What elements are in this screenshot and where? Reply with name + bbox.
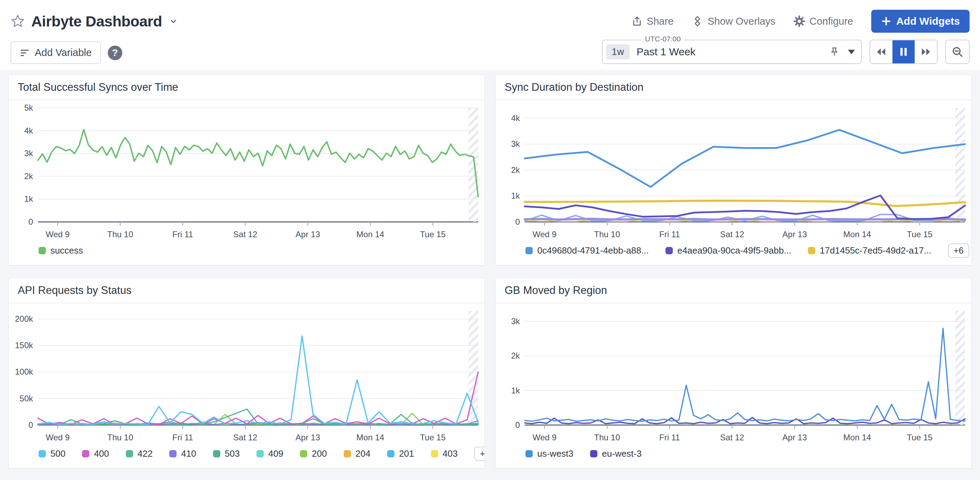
chart-api-requests-by-status[interactable]: 050k100k150k200kWed 9Thu 10Fri 11Sat 12A… xyxy=(11,305,481,443)
configure-button[interactable]: Configure xyxy=(793,15,853,27)
legend-item[interactable]: 500 xyxy=(38,448,65,459)
legend-swatch xyxy=(431,450,438,458)
legend-swatch xyxy=(213,450,220,458)
legend-item[interactable]: 403 xyxy=(431,448,458,459)
legend-label: 503 xyxy=(225,448,240,459)
legend-item[interactable]: 422 xyxy=(126,448,153,459)
svg-text:2k: 2k xyxy=(24,171,33,181)
legend-item[interactable]: 201 xyxy=(387,448,414,459)
svg-text:Sat 12: Sat 12 xyxy=(720,230,744,239)
pin-icon[interactable] xyxy=(829,46,840,57)
show-overlays-label: Show Overlays xyxy=(708,16,775,27)
svg-text:Tue 15: Tue 15 xyxy=(420,230,446,239)
svg-text:Apr 13: Apr 13 xyxy=(295,433,320,442)
chart-total-successful-syncs[interactable]: 01k2k3k4k5kWed 9Thu 10Fri 11Sat 12Apr 13… xyxy=(11,102,481,240)
legend-label: 17d1455c-7ed5-49d2-a17... xyxy=(820,245,931,256)
chart-canvas: 050k100k150k200kWed 9Thu 10Fri 11Sat 12A… xyxy=(11,305,481,443)
svg-text:Thu 10: Thu 10 xyxy=(107,433,134,442)
add-variable-button[interactable]: Add Variable xyxy=(10,41,101,64)
legend-item[interactable]: 0c49680d-4791-4ebb-a88... xyxy=(525,245,649,256)
chart-legend: us-west3eu-west-3 xyxy=(496,443,971,468)
configure-label: Configure xyxy=(809,16,853,27)
legend-item[interactable]: e4aea90a-90ca-49f5-9abb... xyxy=(665,245,791,256)
legend-label: 410 xyxy=(181,448,196,459)
svg-text:Sat 12: Sat 12 xyxy=(233,433,257,442)
svg-text:Sat 12: Sat 12 xyxy=(233,230,257,239)
time-controls: UTC-07:00 1w Past 1 Week xyxy=(602,40,970,64)
svg-text:Tue 15: Tue 15 xyxy=(907,433,933,442)
legend-swatch xyxy=(38,247,46,254)
favorite-star-icon[interactable] xyxy=(10,14,25,29)
legend-label: 201 xyxy=(399,448,414,459)
legend-overflow-button[interactable]: +4 xyxy=(474,447,485,461)
plus-icon xyxy=(881,16,891,26)
fast-forward-icon xyxy=(920,46,932,57)
legend-item[interactable]: 410 xyxy=(169,448,196,459)
svg-text:Thu 10: Thu 10 xyxy=(594,230,620,239)
show-overlays-button[interactable]: Show Overlays xyxy=(692,15,775,27)
widget-total-successful-syncs: Total Successful Syncs over Time 01k2k3k… xyxy=(8,75,485,265)
legend-label: success xyxy=(50,245,83,256)
time-playback-group xyxy=(870,40,938,64)
svg-text:200k: 200k xyxy=(15,314,33,324)
legend-item[interactable]: 409 xyxy=(256,448,283,459)
legend-item[interactable]: eu-west-3 xyxy=(590,448,641,459)
legend-item[interactable]: us-west3 xyxy=(525,448,573,459)
svg-text:Wed 9: Wed 9 xyxy=(533,230,557,239)
legend-label: 400 xyxy=(94,448,109,459)
overlays-icon xyxy=(692,15,703,27)
share-button[interactable]: Share xyxy=(632,16,673,27)
legend-item[interactable]: 200 xyxy=(300,448,327,459)
time-range-chip: 1w xyxy=(606,44,630,59)
legend-label: 409 xyxy=(268,448,283,459)
svg-text:1k: 1k xyxy=(511,386,520,395)
chart-legend: 0c49680d-4791-4ebb-a88...e4aea90a-90ca-4… xyxy=(496,240,971,265)
chart-legend: success xyxy=(9,240,484,265)
legend-swatch xyxy=(256,450,264,458)
filter-icon xyxy=(19,48,30,58)
time-range-selector[interactable]: UTC-07:00 1w Past 1 Week xyxy=(602,40,862,64)
caret-down-icon[interactable] xyxy=(848,50,855,54)
svg-text:2k: 2k xyxy=(511,351,520,360)
time-forward-button[interactable] xyxy=(915,40,937,63)
time-pause-button[interactable] xyxy=(892,40,915,63)
svg-text:Fri 11: Fri 11 xyxy=(172,230,193,239)
legend-item[interactable]: 400 xyxy=(82,448,109,459)
widget-sync-duration-by-destination: Sync Duration by Destination 01k2k3k4kWe… xyxy=(495,75,972,265)
chart-canvas: 01k2k3kWed 9Thu 10Fri 11Sat 12Apr 13Mon … xyxy=(498,305,968,443)
chart-gb-moved-by-region[interactable]: 01k2k3kWed 9Thu 10Fri 11Sat 12Apr 13Mon … xyxy=(498,305,968,443)
svg-text:Fri 11: Fri 11 xyxy=(659,230,680,239)
zoom-out-icon xyxy=(951,46,964,58)
svg-text:3k: 3k xyxy=(511,317,520,326)
zoom-out-button[interactable] xyxy=(945,40,970,64)
svg-text:5k: 5k xyxy=(24,103,33,112)
legend-swatch xyxy=(300,450,307,458)
svg-text:Tue 15: Tue 15 xyxy=(420,433,446,442)
legend-swatch xyxy=(126,450,133,458)
rewind-icon xyxy=(875,46,887,57)
legend-label: 0c49680d-4791-4ebb-a88... xyxy=(537,245,649,256)
chart-sync-duration-by-destination[interactable]: 01k2k3k4kWed 9Thu 10Fri 11Sat 12Apr 13Mo… xyxy=(498,102,968,240)
add-widgets-button[interactable]: Add Widgets xyxy=(871,10,970,33)
widget-title: API Requests by Status xyxy=(9,278,484,303)
legend-item[interactable]: 204 xyxy=(344,448,371,459)
legend-item[interactable]: 17d1455c-7ed5-49d2-a17... xyxy=(808,245,931,256)
svg-text:Wed 9: Wed 9 xyxy=(46,230,70,239)
time-backward-button[interactable] xyxy=(870,40,892,63)
widget-gb-moved-by-region: GB Moved by Region 01k2k3kWed 9Thu 10Fri… xyxy=(495,278,972,469)
legend-overflow-button[interactable]: +6 xyxy=(948,244,969,258)
legend-item[interactable]: success xyxy=(38,245,83,256)
help-icon[interactable]: ? xyxy=(108,46,123,60)
chart-legend: 500400422410503409200204201403+4 xyxy=(9,443,484,468)
legend-swatch xyxy=(525,450,533,458)
svg-text:150k: 150k xyxy=(15,341,33,350)
legend-item[interactable]: 503 xyxy=(213,448,240,459)
chart-canvas: 01k2k3k4kWed 9Thu 10Fri 11Sat 12Apr 13Mo… xyxy=(498,102,968,240)
svg-text:1k: 1k xyxy=(511,191,520,200)
title-menu-chevron-icon[interactable] xyxy=(168,16,179,26)
page-title: Airbyte Dashboard xyxy=(31,13,162,30)
legend-swatch xyxy=(590,450,597,458)
legend-label: e4aea90a-90ca-49f5-9abb... xyxy=(677,245,791,256)
svg-text:Tue 15: Tue 15 xyxy=(907,230,933,239)
svg-text:0: 0 xyxy=(515,217,520,226)
